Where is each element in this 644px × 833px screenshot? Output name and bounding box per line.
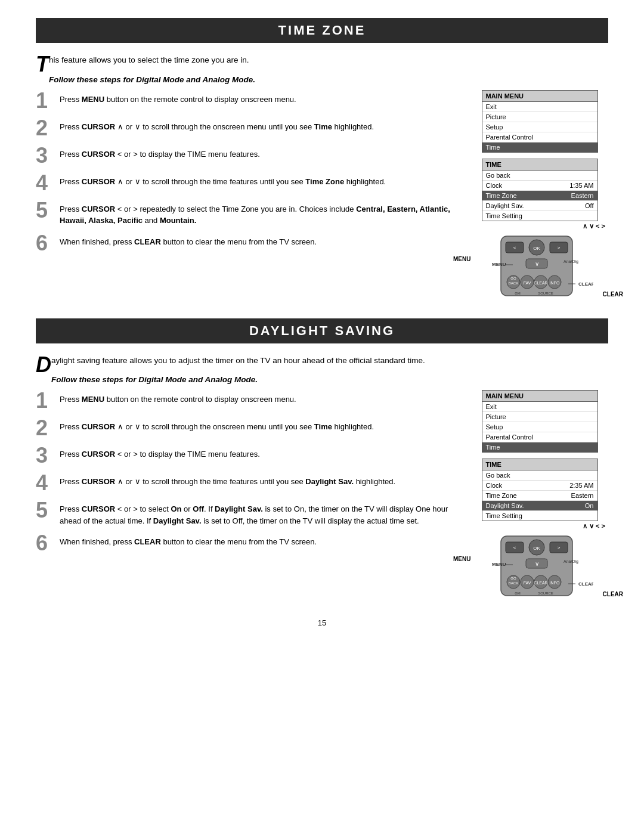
menu-item-setup: Setup	[482, 122, 597, 132]
step-number-2: 2	[36, 117, 55, 139]
step-text-1: Press MENU button on the remote control …	[60, 90, 296, 106]
step-text-2: Press CURSOR ∧ or ∨ to scroll through th…	[60, 117, 374, 133]
daylight-section: DAYLIGHT SAVING Daylight saving feature …	[36, 318, 608, 601]
menu-item-picture: Picture	[482, 112, 597, 122]
timezone-time-menu: TIME Go back Clock1:35 AM Time ZoneEaste…	[482, 159, 598, 221]
menu-item-parental: Parental Control	[482, 132, 597, 143]
ds-text-1: Press MENU button on the remote control …	[60, 390, 296, 405]
daylight-remote: ∧ ∨ < > MENU CLEAR < OK > ∨ Ana/Dig MENU	[480, 533, 599, 600]
svg-text:Ana/Dig: Ana/Dig	[564, 259, 578, 264]
daylight-intro-text: aylight saving feature allows you to adj…	[51, 356, 425, 365]
ds-menu-item-exit: Exit	[482, 402, 597, 412]
step-text-5: Press CURSOR < or > repeatedly to select…	[60, 200, 459, 227]
timezone-follow-steps: Follow these steps for Digital Mode and …	[36, 75, 608, 84]
timezone-time-menu-title: TIME	[482, 159, 597, 171]
svg-text:CLEAR: CLEAR	[578, 581, 593, 587]
ds-menu-item-parental: Parental Control	[482, 432, 597, 442]
timezone-clear-label: CLEAR	[603, 291, 623, 298]
svg-text:BACK: BACK	[509, 581, 518, 585]
daylight-content: 1 Press MENU button on the remote contro…	[36, 390, 608, 600]
daylight-follow-steps: Follow these steps for Digital Mode and …	[36, 375, 608, 384]
svg-text:MENU: MENU	[492, 262, 506, 267]
step-number-3: 3	[36, 145, 55, 166]
ds-menu-item-time: Time	[482, 442, 597, 452]
ds-text-5: Press CURSOR < or > to select On or Off.…	[60, 500, 459, 527]
menu-item-exit: Exit	[482, 102, 597, 112]
step-number-1: 1	[36, 90, 55, 112]
svg-text:∨: ∨	[535, 261, 539, 267]
svg-text:FAV: FAV	[524, 281, 531, 285]
timezone-arrows-label: ∧ ∨ < >	[583, 222, 605, 230]
svg-text:FAV: FAV	[524, 581, 531, 585]
svg-text:GM: GM	[515, 592, 521, 595]
svg-text:BACK: BACK	[509, 281, 518, 285]
time-menu-goback: Go back	[482, 171, 597, 181]
ds-number-6: 6	[36, 532, 55, 554]
time-menu-daylight: Daylight Sav.Off	[482, 201, 597, 211]
timezone-steps: 1 Press MENU button on the remote contro…	[36, 90, 459, 301]
timezone-step-2: 2 Press CURSOR ∧ or ∨ to scroll through …	[36, 117, 459, 139]
svg-text:SOURCE: SOURCE	[538, 292, 553, 295]
svg-text:CLEAR: CLEAR	[578, 281, 593, 287]
daylight-remote-svg: < OK > ∨ Ana/Dig MENU GO BACK FAV	[480, 533, 593, 599]
step-text-6: When finished, press CLEAR button to cle…	[60, 233, 317, 248]
time-menu-timesetting: Time Setting	[482, 211, 597, 221]
timezone-main-menu-title: MAIN MENU	[482, 91, 597, 102]
ds-text-4: Press CURSOR ∧ or ∨ to scroll through th…	[60, 472, 395, 488]
svg-text:GO: GO	[510, 277, 516, 280]
daylight-arrows-label: ∧ ∨ < >	[583, 522, 605, 530]
ds-menu-item-picture: Picture	[482, 412, 597, 422]
svg-text:GM: GM	[515, 292, 521, 295]
ds-number-3: 3	[36, 445, 55, 466]
timezone-menu-label: MENU	[453, 256, 470, 262]
svg-text:<: <	[513, 245, 516, 250]
timezone-main-menu: MAIN MENU Exit Picture Setup Parental Co…	[482, 90, 598, 153]
daylight-step-4: 4 Press CURSOR ∧ or ∨ to scroll through …	[36, 472, 459, 494]
ds-text-6: When finished, press CLEAR button to cle…	[60, 532, 317, 548]
daylight-step-3: 3 Press CURSOR < or > to display the TIM…	[36, 445, 459, 466]
step-number-6: 6	[36, 233, 55, 254]
svg-text:SOURCE: SOURCE	[538, 592, 553, 595]
ds-number-2: 2	[36, 417, 55, 439]
timezone-step-5: 5 Press CURSOR < or > repeatedly to sele…	[36, 200, 459, 227]
timezone-remote-svg: < OK > ∨ Ana/Dig MENU	[480, 233, 593, 299]
svg-text:GO: GO	[510, 577, 516, 580]
timezone-intro: This feature allows you to select the ti…	[36, 54, 608, 67]
daylight-header: DAYLIGHT SAVING	[36, 318, 608, 343]
timezone-header: TIME ZONE	[36, 18, 608, 43]
timezone-step-3: 3 Press CURSOR < or > to display the TIM…	[36, 145, 459, 166]
svg-text:CLEAR: CLEAR	[534, 281, 547, 285]
timezone-section: TIME ZONE This feature allows you to sel…	[36, 18, 608, 301]
ds-number-5: 5	[36, 500, 55, 521]
timezone-step-4: 4 Press CURSOR ∧ or ∨ to scroll through …	[36, 172, 459, 194]
time-menu-clock: Clock1:35 AM	[482, 181, 597, 191]
svg-text:Ana/Dig: Ana/Dig	[564, 559, 578, 564]
svg-text:<: <	[513, 545, 516, 550]
daylight-menu-label: MENU	[453, 556, 470, 562]
daylight-clear-label: CLEAR	[603, 591, 623, 597]
svg-text:>: >	[558, 245, 561, 250]
daylight-intro: Daylight saving feature allows you to ad…	[36, 354, 608, 367]
daylight-diagram: MAIN MENU Exit Picture Setup Parental Co…	[471, 390, 608, 600]
ds-time-menu-timezone: Time ZoneEastern	[482, 491, 597, 501]
svg-text:OK: OK	[533, 246, 540, 251]
svg-text:INFO: INFO	[550, 581, 560, 585]
timezone-big-letter: T	[36, 54, 49, 75]
time-menu-timezone: Time ZoneEastern	[482, 191, 597, 201]
daylight-step-2: 2 Press CURSOR ∧ or ∨ to scroll through …	[36, 417, 459, 439]
daylight-big-letter: D	[36, 354, 51, 376]
svg-text:MENU: MENU	[492, 562, 506, 567]
page-number: 15	[36, 618, 608, 627]
step-number-5: 5	[36, 200, 55, 221]
timezone-step-1: 1 Press MENU button on the remote contro…	[36, 90, 459, 112]
svg-text:INFO: INFO	[550, 281, 560, 285]
menu-item-time: Time	[482, 143, 597, 152]
svg-text:CLEAR: CLEAR	[534, 581, 547, 585]
svg-text:OK: OK	[533, 546, 540, 551]
svg-text:∨: ∨	[535, 561, 539, 567]
step-number-4: 4	[36, 172, 55, 194]
svg-text:>: >	[558, 545, 561, 550]
step-text-3: Press CURSOR < or > to display the TIME …	[60, 145, 260, 160]
timezone-diagram: MAIN MENU Exit Picture Setup Parental Co…	[471, 90, 608, 301]
ds-number-4: 4	[36, 472, 55, 494]
